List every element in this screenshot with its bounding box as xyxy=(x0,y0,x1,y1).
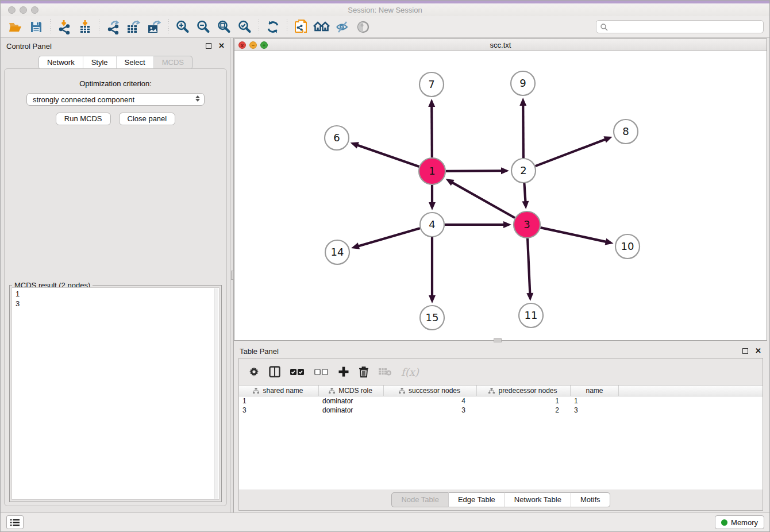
column-header-predecessor-nodes[interactable]: predecessor nodes xyxy=(477,385,571,396)
network-window-titlebar[interactable]: x − + scc.txt xyxy=(234,39,767,51)
node-label: 8 xyxy=(622,125,629,137)
delete-column-icon[interactable] xyxy=(359,366,369,377)
import-table-icon[interactable] xyxy=(75,18,95,36)
graph-node-7[interactable]: 7 xyxy=(419,72,444,97)
graph-node-10[interactable]: 10 xyxy=(615,234,640,259)
export-table-icon[interactable] xyxy=(124,18,144,36)
run-mcds-button[interactable]: Run MCDS xyxy=(56,113,111,125)
graph-edge-1-2[interactable] xyxy=(446,171,502,171)
control-panel-title: Control Panel xyxy=(6,42,52,51)
graph-node-4[interactable]: 4 xyxy=(420,213,444,237)
columns-icon[interactable] xyxy=(269,366,280,377)
select-all-icon[interactable] xyxy=(290,368,305,376)
column-header-name[interactable]: name xyxy=(571,385,619,396)
criterion-dropdown[interactable]: strongly connected component xyxy=(26,93,205,106)
graph-edge-3-11[interactable] xyxy=(528,238,530,294)
node-table: shared nameMCDS rolesuccessor nodesprede… xyxy=(239,385,763,489)
table-cell: dominator xyxy=(319,406,384,415)
tab-mcds[interactable]: MCDS xyxy=(154,56,192,70)
gear-icon[interactable] xyxy=(248,366,260,377)
graph-node-11[interactable]: 11 xyxy=(519,303,543,327)
refresh-layout-icon[interactable] xyxy=(263,18,283,36)
hide-panel-icon[interactable] xyxy=(332,18,353,36)
search-input[interactable] xyxy=(610,23,760,31)
column-header-shared-name[interactable]: shared name xyxy=(239,385,319,396)
memory-button[interactable]: Memory xyxy=(715,515,764,529)
table-row[interactable]: 3dominator323 xyxy=(239,406,763,415)
graph-arrowhead-1-2 xyxy=(501,167,509,174)
tab-edge-table[interactable]: Edge Table xyxy=(449,492,505,507)
memory-button-label: Memory xyxy=(731,518,758,527)
table-cell: 4 xyxy=(384,396,477,406)
save-session-icon[interactable] xyxy=(26,18,47,36)
table-cell: 2 xyxy=(477,406,571,415)
column-header-successor-nodes[interactable]: successor nodes xyxy=(384,385,477,396)
close-panel-icon[interactable]: ✕ xyxy=(218,43,225,49)
graph-edge-3-1[interactable] xyxy=(452,182,515,218)
float-panel-icon[interactable] xyxy=(206,43,211,49)
node-label: 10 xyxy=(621,240,634,252)
open-session-icon[interactable] xyxy=(5,18,26,36)
toolbar-separator xyxy=(259,19,259,35)
table-panel: Table Panel ✕ xyxy=(234,343,767,512)
function-builder-icon[interactable]: f(x) xyxy=(401,366,419,378)
toolbar-separator xyxy=(99,19,99,35)
delete-table-icon[interactable] xyxy=(378,367,392,376)
tab-motifs[interactable]: Motifs xyxy=(571,492,610,507)
search-field[interactable] xyxy=(596,20,764,33)
search-icon xyxy=(600,23,608,31)
graph-node-3[interactable]: 3 xyxy=(514,211,540,238)
graph-node-6[interactable]: 6 xyxy=(325,126,349,150)
zoom-selected-icon[interactable] xyxy=(234,18,255,36)
graph-edge-1-7[interactable] xyxy=(432,106,432,157)
graph-node-9[interactable]: 9 xyxy=(511,71,535,95)
graph-edge-4-14[interactable] xyxy=(358,228,420,246)
network-canvas[interactable]: 7968124314101511 xyxy=(234,51,767,340)
float-table-panel-icon[interactable] xyxy=(742,348,748,354)
graph-node-8[interactable]: 8 xyxy=(614,119,638,144)
node-label: 2 xyxy=(520,164,526,176)
tab-node-table[interactable]: Node Table xyxy=(391,492,449,507)
graph-node-14[interactable]: 14 xyxy=(325,240,349,264)
tab-network-table[interactable]: Network Table xyxy=(505,492,571,507)
add-column-icon[interactable] xyxy=(338,366,349,377)
graph-edge-2-8[interactable] xyxy=(536,139,606,166)
deselect-all-icon[interactable] xyxy=(314,368,329,376)
table-cell: 1 xyxy=(239,396,319,406)
table-tabs: Node TableEdge TableNetwork TableMotifs xyxy=(239,489,763,510)
task-history-button[interactable] xyxy=(6,515,24,529)
zoom-fit-icon[interactable] xyxy=(214,18,234,36)
node-label: 11 xyxy=(525,309,538,321)
tab-style[interactable]: Style xyxy=(83,56,117,70)
graph-edge-3-10[interactable] xyxy=(540,228,606,242)
zoom-out-icon[interactable] xyxy=(193,18,214,36)
mcds-result-line: 3 xyxy=(16,299,215,309)
mcds-result-list[interactable]: 13 xyxy=(11,287,220,500)
graph-edge-2-9[interactable] xyxy=(523,105,523,158)
control-panel: Control Panel ✕ NetworkStyleSelectMCDS O… xyxy=(1,38,230,514)
import-network-icon[interactable] xyxy=(54,18,75,36)
graph-node-2[interactable]: 2 xyxy=(511,159,536,183)
horizontal-splitter-handle[interactable] xyxy=(494,338,502,342)
toolbar-separator xyxy=(50,19,51,35)
table-cell: 3 xyxy=(239,406,319,415)
graph-edge-1-6[interactable] xyxy=(357,145,419,167)
zoom-in-icon[interactable] xyxy=(172,18,193,36)
optimization-criterion-label: Optimization criterion: xyxy=(5,79,226,88)
home-icon[interactable] xyxy=(311,18,332,36)
export-network-icon[interactable] xyxy=(103,18,124,36)
show-panel-icon[interactable] xyxy=(353,18,374,36)
close-panel-button[interactable]: Close panel xyxy=(119,113,176,125)
graph-node-15[interactable]: 15 xyxy=(420,306,444,330)
table-row[interactable]: 1dominator411 xyxy=(239,396,763,406)
close-table-panel-icon[interactable]: ✕ xyxy=(755,348,761,354)
column-header-MCDS-role[interactable]: MCDS role xyxy=(319,385,384,396)
graph-edge-2-3[interactable] xyxy=(524,183,525,202)
export-image-icon[interactable] xyxy=(144,18,165,36)
graph-arrowhead-1-4 xyxy=(429,202,436,210)
result-scrollbar[interactable] xyxy=(214,288,218,499)
tab-select[interactable]: Select xyxy=(117,56,154,70)
graph-node-1[interactable]: 1 xyxy=(419,158,445,184)
tab-network[interactable]: Network xyxy=(38,56,83,70)
new-network-icon[interactable] xyxy=(291,18,311,36)
